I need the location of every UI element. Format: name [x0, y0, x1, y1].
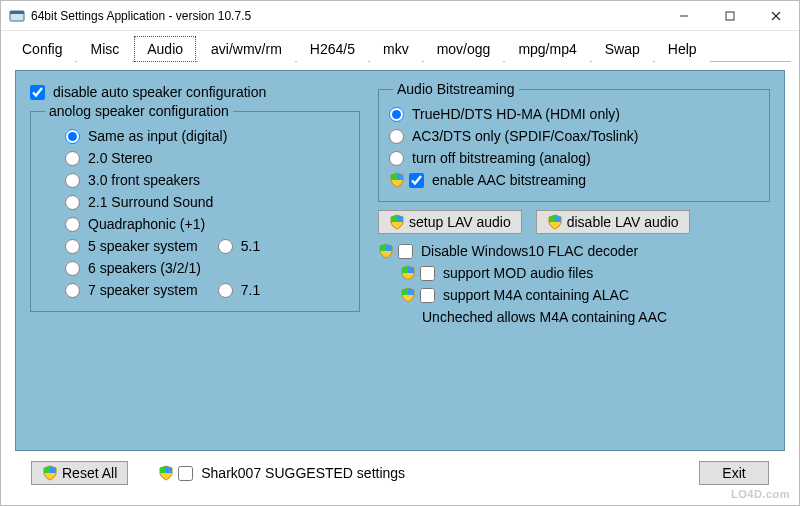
- svg-rect-1: [10, 11, 24, 14]
- speaker-3-0-radio[interactable]: [65, 173, 80, 188]
- speaker-2-0-radio[interactable]: [65, 151, 80, 166]
- speaker-option-label: 7 speaker system: [88, 282, 198, 298]
- speaker-7-1-label: 7.1: [241, 282, 260, 298]
- audio-panel: disable auto speaker configuration anolo…: [15, 70, 785, 451]
- speaker-5-radio[interactable]: [65, 239, 80, 254]
- content: disable auto speaker configuration anolo…: [1, 62, 799, 505]
- tab-mov[interactable]: mov/ogg: [424, 36, 504, 62]
- bs-truehd-radio[interactable]: [389, 107, 404, 122]
- disable-auto-speaker-row: disable auto speaker configuration: [30, 81, 360, 103]
- setup-lav-label: setup LAV audio: [409, 214, 511, 230]
- speaker-5-1-label: 5.1: [241, 238, 260, 254]
- suggested-settings-label: Shark007 SUGGESTED settings: [201, 465, 405, 481]
- shield-icon: [378, 243, 394, 259]
- speaker-option-label: 2.1 Surround Sound: [88, 194, 213, 210]
- enable-aac-checkbox[interactable]: [409, 173, 424, 188]
- bs-option-label: AC3/DTS only (SPDIF/Coax/Toslink): [412, 128, 638, 144]
- support-m4a-checkbox[interactable]: [420, 288, 435, 303]
- titlebar: 64bit Settings Application - version 10.…: [1, 1, 799, 31]
- maximize-button[interactable]: [707, 1, 753, 30]
- close-button[interactable]: [753, 1, 799, 30]
- speaker-quad-radio[interactable]: [65, 217, 80, 232]
- m4a-note: Uncheched allows M4A containing AAC: [422, 309, 667, 325]
- speaker-option-label: Same as input (digital): [88, 128, 227, 144]
- speaker-7-1-radio[interactable]: [218, 283, 233, 298]
- tab-help[interactable]: Help: [655, 36, 710, 62]
- disable-lav-label: disable LAV audio: [567, 214, 679, 230]
- shield-icon: [389, 214, 405, 230]
- bottom-bar: Reset All Shark007 SUGGESTED settings Ex…: [15, 451, 785, 497]
- disable-flac-label: Disable Windows10 FLAC decoder: [421, 243, 638, 259]
- bs-option-label: turn off bitstreaming (analog): [412, 150, 591, 166]
- speaker-option-label: Quadraphonic (+1): [88, 216, 205, 232]
- speaker-6-radio[interactable]: [65, 261, 80, 276]
- analog-speaker-legend: anolog speaker configuration: [45, 103, 233, 119]
- reset-all-button[interactable]: Reset All: [31, 461, 128, 485]
- disable-auto-speaker-checkbox[interactable]: [30, 85, 45, 100]
- speaker-option-label: 6 speakers (3/2/1): [88, 260, 201, 276]
- speaker-column: disable auto speaker configuration anolo…: [30, 81, 360, 436]
- speaker-option-label: 3.0 front speakers: [88, 172, 200, 188]
- disable-lav-button[interactable]: disable LAV audio: [536, 210, 690, 234]
- analog-speaker-group: anolog speaker configuration Same as inp…: [30, 103, 360, 312]
- tab-mkv[interactable]: mkv: [370, 36, 422, 62]
- disable-auto-speaker-label: disable auto speaker configuration: [53, 84, 266, 100]
- speaker-5-1-radio[interactable]: [218, 239, 233, 254]
- window: 64bit Settings Application - version 10.…: [0, 0, 800, 506]
- speaker-2-1-radio[interactable]: [65, 195, 80, 210]
- disable-flac-checkbox[interactable]: [398, 244, 413, 259]
- reset-all-label: Reset All: [62, 465, 117, 481]
- window-controls: [661, 1, 799, 30]
- tab-audio[interactable]: Audio: [134, 36, 196, 62]
- enable-aac-label: enable AAC bitstreaming: [432, 172, 586, 188]
- shield-icon: [389, 172, 405, 188]
- app-icon: [9, 8, 25, 24]
- bs-off-radio[interactable]: [389, 151, 404, 166]
- bitstream-group: Audio Bitstreaming TrueHD/DTS HD-MA (HDM…: [378, 81, 770, 202]
- bs-option-label: TrueHD/DTS HD-MA (HDMI only): [412, 106, 620, 122]
- support-mod-label: support MOD audio files: [443, 265, 593, 281]
- support-mod-checkbox[interactable]: [420, 266, 435, 281]
- tab-avi[interactable]: avi/wmv/rm: [198, 36, 295, 62]
- speaker-same-as-input-radio[interactable]: [65, 129, 80, 144]
- bs-ac3-radio[interactable]: [389, 129, 404, 144]
- setup-lav-button[interactable]: setup LAV audio: [378, 210, 522, 234]
- shield-icon: [400, 265, 416, 281]
- shield-icon: [400, 287, 416, 303]
- minimize-button[interactable]: [661, 1, 707, 30]
- speaker-option-label: 5 speaker system: [88, 238, 198, 254]
- tab-config[interactable]: Config: [9, 36, 75, 62]
- exit-button[interactable]: Exit: [699, 461, 769, 485]
- suggested-settings-checkbox[interactable]: [178, 466, 193, 481]
- lav-button-row: setup LAV audio disable LAV audio: [378, 210, 770, 234]
- tab-misc[interactable]: Misc: [77, 36, 132, 62]
- shield-icon: [547, 214, 563, 230]
- support-m4a-label: support M4A containing ALAC: [443, 287, 629, 303]
- bitstream-legend: Audio Bitstreaming: [393, 81, 519, 97]
- tab-bar: Config Misc Audio avi/wmv/rm H264/5 mkv …: [1, 31, 799, 61]
- tab-swap[interactable]: Swap: [592, 36, 653, 62]
- bitstream-column: Audio Bitstreaming TrueHD/DTS HD-MA (HDM…: [378, 81, 770, 436]
- speaker-7-radio[interactable]: [65, 283, 80, 298]
- tab-h264[interactable]: H264/5: [297, 36, 368, 62]
- tab-mpg[interactable]: mpg/mp4: [505, 36, 589, 62]
- speaker-option-label: 2.0 Stereo: [88, 150, 153, 166]
- svg-rect-3: [726, 12, 734, 20]
- watermark: LO4D.com: [731, 488, 790, 500]
- exit-label: Exit: [722, 465, 745, 481]
- window-title: 64bit Settings Application - version 10.…: [31, 9, 661, 23]
- shield-icon: [42, 465, 58, 481]
- shield-icon: [158, 465, 174, 481]
